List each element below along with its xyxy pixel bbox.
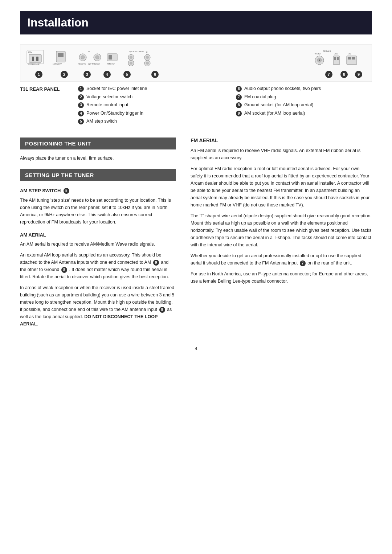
svg-rect-2	[29, 54, 41, 62]
fm-aerial-body4: Whether you decide to get an aerial prof…	[191, 252, 372, 267]
right-column: FM AERIAL An FM aerial is required to re…	[191, 138, 372, 331]
diagram-num-3: 3	[83, 71, 91, 78]
svg-rect-4	[36, 57, 38, 61]
title-bar: Installation	[20, 11, 372, 34]
setting-up-header: SETTING UP THE TUNER	[20, 169, 176, 181]
am-step-num: 5	[64, 188, 69, 194]
item-num-9: 9	[236, 111, 242, 116]
svg-text:GND: GND	[334, 53, 338, 55]
svg-rect-39	[333, 56, 340, 65]
audio-icon: AUDIO OUTPUTS L R 1 2	[127, 49, 164, 66]
item-num-4: 4	[78, 111, 84, 116]
am-aerial-num-9: 9	[153, 260, 159, 266]
rear-panel-info: T31 REAR PANEL 1 Socket for IEC power in…	[20, 86, 372, 127]
num-7-wrap: 7	[320, 71, 337, 78]
item-text-9: AM socket (for AM loop aerial)	[244, 110, 305, 117]
svg-text:AM STEP: AM STEP	[107, 63, 115, 65]
num-4-wrap: 4	[97, 71, 117, 78]
item-num-1: 1	[78, 86, 84, 92]
svg-text:REMOTE: REMOTE	[78, 63, 86, 65]
rear-panel-item-8: 8 Ground socket (for AM loop aerial)	[236, 102, 372, 108]
positioning-body: Always place the tuner on a level, firm …	[20, 155, 176, 162]
svg-rect-7	[58, 53, 64, 57]
aerials-icon: AERIALS FM 75Ω GND AM	[312, 49, 359, 66]
item-text-7: FM coaxial plug	[244, 94, 276, 100]
rear-panel-item-2: 2 Voltage selector switch	[78, 94, 214, 100]
diagram-item-remote: REMOTE 12V TRIGGER IN AM STEP	[77, 49, 121, 67]
fm-aerial-body3: The 'T' shaped wire aerial (dipole desig…	[191, 212, 372, 249]
svg-text:AUDIO OUTPUTS: AUDIO OUTPUTS	[129, 50, 144, 53]
diagram-num-7: 7	[325, 71, 332, 78]
rear-panel-item-5: 5 AM step switch	[78, 118, 214, 125]
left-column: POSITIONING THE UNIT Always place the tu…	[20, 138, 176, 331]
rear-panel-item-7: 7 FM coaxial plug	[236, 94, 372, 100]
positioning-section: POSITIONING THE UNIT Always place the tu…	[20, 138, 176, 162]
num-1-wrap: 1	[26, 71, 52, 78]
rear-panel-item-1: 1 Socket for IEC power inlet line	[78, 86, 214, 92]
num-6-wrap: 6	[137, 71, 173, 78]
diagram-item-audio: AUDIO OUTPUTS L R 1 2	[127, 49, 164, 67]
item-text-5: AM step switch	[86, 118, 117, 125]
item-text-4: Power On/Standby trigger in	[86, 110, 143, 117]
rear-panel-label: T31 REAR PANEL	[20, 86, 67, 127]
diagram-num-9: 9	[355, 71, 362, 78]
num-5-wrap: 5	[117, 71, 137, 78]
page-container: Installation 230V POWER INLET	[0, 0, 392, 366]
main-two-col: POSITIONING THE UNIT Always place the tu…	[20, 138, 372, 331]
num-3-wrap: 3	[77, 71, 97, 78]
svg-text:L: L	[130, 51, 131, 53]
svg-point-10	[81, 56, 85, 59]
page-number: 4	[20, 346, 372, 351]
item-num-6: 6	[236, 86, 242, 92]
diagram-num-2: 2	[61, 71, 68, 78]
svg-text:12V TRIGGER: 12V TRIGGER	[88, 63, 100, 65]
num-2-wrap: 2	[52, 71, 77, 78]
item-num-2: 2	[78, 94, 84, 100]
fm-aerial-body2: For optimal FM radio reception a roof or…	[191, 165, 372, 209]
svg-text:AM: AM	[348, 53, 351, 55]
fm-aerial-body1: An FM aerial is required to receive VHF …	[191, 147, 372, 161]
item-text-6: Audio output phono sockets, two pairs	[244, 86, 321, 92]
diagram-item-power: 230V POWER INLET	[26, 49, 44, 67]
item-num-7: 7	[236, 94, 242, 100]
diagram-num-8: 8	[340, 71, 348, 78]
fm-aerial-body5: For use in North America, use an F-type …	[191, 270, 372, 285]
svg-point-38	[319, 59, 320, 61]
rear-panel-item-4: 4 Power On/Standby trigger in	[78, 110, 214, 117]
setting-up-section: SETTING UP THE TUNER AM STEP SWITCH 5 Th…	[20, 169, 176, 328]
item-num-5: 5	[78, 119, 84, 124]
am-aerial-body1: An AM aerial is required to receive AM/M…	[20, 241, 176, 248]
rear-panel-item-9: 9 AM socket (for AM loop aerial)	[236, 110, 372, 117]
item-num-3: 3	[78, 102, 84, 108]
svg-rect-43	[348, 57, 351, 59]
svg-point-26	[146, 56, 149, 59]
svg-rect-14	[109, 55, 112, 59]
svg-rect-44	[352, 57, 355, 59]
rear-panel-item-6: 6 Audio output phono sockets, two pairs	[236, 86, 372, 92]
diagram-numbers-row: 1 2 3 4 5 6 7 8 9	[26, 69, 366, 80]
svg-text:115V  230V: 115V 230V	[53, 63, 62, 65]
diagram-num-6: 6	[151, 71, 159, 78]
fm-aerial-title: FM AERIAL	[191, 138, 372, 143]
diagram-num-1: 1	[35, 71, 42, 78]
page-title: Installation	[27, 16, 365, 29]
am-aerial-title: AM AERIAL	[20, 232, 176, 238]
num-9-wrap: 9	[351, 71, 366, 78]
svg-rect-40	[334, 57, 336, 60]
remote-icon: REMOTE 12V TRIGGER IN AM STEP	[77, 49, 121, 66]
svg-point-12	[95, 56, 99, 59]
fm-aerial-num-7: 7	[300, 260, 306, 266]
svg-point-24	[130, 62, 132, 65]
am-aerial-body3: In areas of weak reception or when the r…	[20, 284, 176, 328]
am-step-title: AM STEP SWITCH 5	[20, 188, 176, 194]
svg-point-29	[146, 62, 149, 65]
svg-text:POWER INLET: POWER INLET	[28, 63, 40, 65]
rear-panel-columns: 1 Socket for IEC power inlet line 2 Volt…	[78, 86, 372, 127]
rear-panel-diagram: 230V POWER INLET 115V 230V	[20, 45, 372, 82]
svg-text:AERIALS: AERIALS	[323, 50, 331, 52]
am-aerial-num-8: 8	[61, 267, 67, 273]
diagram-row: 230V POWER INLET 115V 230V	[26, 48, 366, 69]
svg-rect-42	[347, 56, 357, 65]
am-step-body: The AM tuning 'step size' needs to be se…	[20, 197, 176, 226]
rear-panel-item-3: 3 Remote control input	[78, 102, 214, 108]
